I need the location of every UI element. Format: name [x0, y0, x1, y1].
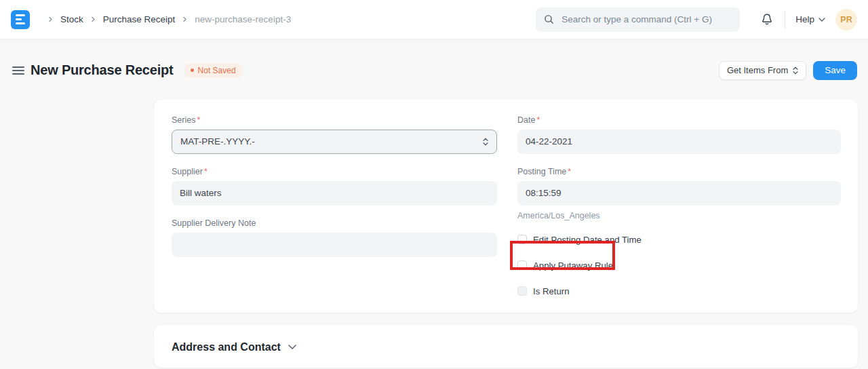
- address-and-contact-card: Address and Contact: [154, 325, 858, 368]
- series-select[interactable]: MAT-PRE-.YYYY.-: [172, 130, 497, 154]
- posting-time-input[interactable]: [517, 181, 841, 206]
- breadcrumb-item-stock[interactable]: Stock: [60, 14, 83, 24]
- user-avatar[interactable]: PR: [835, 9, 857, 31]
- posting-time-label: Posting Time*: [517, 167, 841, 176]
- supplier-delivery-note-field: Supplier Delivery Note: [172, 218, 497, 257]
- page-actions: Get Items From Save: [719, 61, 857, 80]
- status-badge-label: Not Saved: [198, 66, 236, 75]
- notifications-bell-icon[interactable]: [761, 13, 773, 26]
- top-navbar: Stock Purchase Receipt new-purchase-rece…: [0, 0, 868, 39]
- date-field: Date*: [517, 115, 841, 154]
- erpnext-logo[interactable]: [11, 10, 30, 29]
- is-return-checkbox-row: Is Return: [517, 286, 841, 296]
- is-return-checkbox: [517, 286, 527, 296]
- get-items-from-label: Get Items From: [727, 65, 788, 75]
- navbar-divider: [785, 11, 785, 28]
- breadcrumb: Stock Purchase Receipt new-purchase-rece…: [41, 14, 291, 24]
- page-head: New Purchase Receipt Not Saved Get Items…: [0, 39, 868, 100]
- select-arrows-icon: [483, 138, 488, 146]
- apply-putaway-rule-checkbox-row: Apply Putaway Rule: [517, 260, 841, 271]
- timezone-text: America/Los_Angeles: [517, 211, 841, 220]
- search-icon: [544, 14, 554, 24]
- series-label: Series*: [172, 115, 497, 125]
- required-marker: *: [204, 167, 208, 176]
- global-search[interactable]: [536, 7, 740, 32]
- date-label: Date*: [517, 115, 841, 125]
- help-label: Help: [795, 14, 814, 24]
- status-badge: Not Saved: [184, 63, 243, 78]
- get-items-from-button[interactable]: Get Items From: [719, 61, 806, 80]
- supplier-delivery-note-label: Supplier Delivery Note: [172, 218, 497, 228]
- address-and-contact-title: Address and Contact: [172, 341, 281, 353]
- apply-putaway-rule-checkbox[interactable]: [517, 260, 527, 270]
- breadcrumb-item-current: new-purchase-receipt-3: [195, 14, 291, 24]
- status-dot-icon: [191, 69, 194, 72]
- series-value: MAT-PRE-.YYYY.-: [180, 136, 255, 147]
- form-card: Series* MAT-PRE-.YYYY.- Supplier* Suppli…: [154, 100, 858, 313]
- supplier-label: Supplier*: [172, 167, 497, 176]
- chevron-right-icon: [182, 16, 188, 22]
- edit-posting-datetime-checkbox[interactable]: [517, 235, 527, 244]
- avatar-initials: PR: [840, 15, 852, 24]
- chevron-right-icon: [47, 16, 54, 22]
- save-button[interactable]: Save: [813, 61, 857, 80]
- form-column-right: Date* Posting Time* America/Los_Angeles …: [517, 115, 841, 313]
- required-marker: *: [197, 115, 200, 125]
- series-field: Series* MAT-PRE-.YYYY.-: [172, 115, 497, 154]
- page-title: New Purchase Receipt: [31, 62, 174, 78]
- help-dropdown[interactable]: Help: [795, 14, 825, 24]
- search-input[interactable]: [560, 14, 732, 25]
- edit-posting-datetime-checkbox-row: Edit Posting Date and Time: [517, 235, 841, 245]
- form-column-left: Series* MAT-PRE-.YYYY.- Supplier* Suppli…: [172, 115, 497, 313]
- supplier-field: Supplier*: [172, 167, 497, 206]
- address-and-contact-section-toggle[interactable]: Address and Contact: [172, 341, 296, 353]
- supplier-delivery-note-input[interactable]: [172, 233, 497, 257]
- is-return-label: Is Return: [533, 286, 570, 296]
- form-area: Series* MAT-PRE-.YYYY.- Supplier* Suppli…: [154, 100, 858, 368]
- apply-putaway-rule-label[interactable]: Apply Putaway Rule: [533, 260, 613, 271]
- chevron-right-icon: [90, 16, 96, 22]
- posting-time-field: Posting Time*: [517, 167, 841, 206]
- required-marker: *: [568, 167, 571, 176]
- supplier-input[interactable]: [172, 181, 497, 206]
- edit-posting-datetime-label[interactable]: Edit Posting Date and Time: [533, 235, 642, 245]
- chevron-down-icon: [288, 345, 296, 349]
- date-input[interactable]: [517, 130, 841, 154]
- menu-icon[interactable]: [12, 65, 24, 76]
- select-arrows-icon: [793, 66, 798, 75]
- chevron-down-icon: [818, 18, 825, 22]
- required-marker: *: [536, 115, 540, 125]
- breadcrumb-item-purchase-receipt[interactable]: Purchase Receipt: [103, 14, 176, 24]
